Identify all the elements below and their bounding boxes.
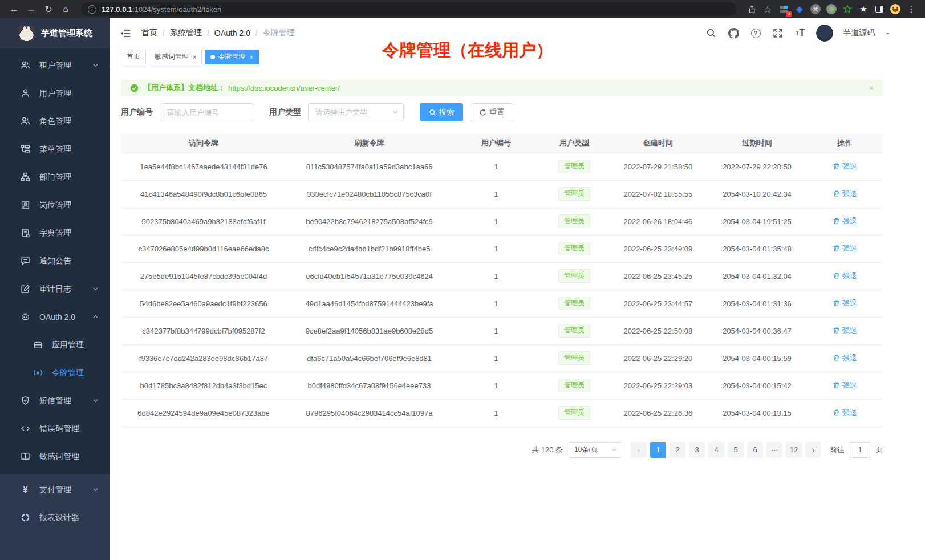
force-logout-button[interactable]: 强退 <box>833 161 857 172</box>
force-logout-button[interactable]: 强退 <box>833 189 857 199</box>
user-id-cell: 1 <box>452 208 540 235</box>
sidebar-item-oauth2-token[interactable]: 令牌管理 <box>0 359 110 387</box>
sidebar-item-notice[interactable]: 通知公告 <box>0 247 110 275</box>
sidebar-item-role[interactable]: 角色管理 <box>0 107 110 135</box>
created-cell: 2022-06-26 18:04:46 <box>608 208 708 235</box>
table-row: 502375b8040a469a9b82188afdf6af1fbe90422b… <box>121 208 883 235</box>
page-size-select[interactable]: 10条/页 <box>569 442 622 458</box>
chevron-down-icon <box>92 286 99 292</box>
gem-extension-icon[interactable]: ◆ <box>793 2 806 16</box>
page-button-12[interactable]: 12 <box>786 442 802 458</box>
tab-close-icon[interactable]: × <box>193 54 196 60</box>
next-page-button[interactable]: › <box>805 442 821 458</box>
sidebar-item-sms[interactable]: 短信管理 <box>0 387 110 415</box>
side-panel-icon[interactable] <box>873 2 886 16</box>
expires-cell: 2054-03-04 01:32:04 <box>708 262 807 290</box>
page-button-3[interactable]: 3 <box>689 442 705 458</box>
sidebar-item-oauth2[interactable]: OAuth 2.0 <box>0 303 110 331</box>
browser-menu-icon[interactable]: ⋮ <box>904 2 918 16</box>
sidebar-item-pay[interactable]: ¥ 支付管理 <box>0 476 110 504</box>
username[interactable]: 芋道源码 <box>843 28 875 38</box>
sidebar-item-tenant[interactable]: 租户管理 <box>0 51 110 79</box>
table-row: 275e5de9151045fe87cbdc395e004f4de6cfd40e… <box>121 262 883 290</box>
user-id-cell: 1 <box>452 262 540 290</box>
user-type-select[interactable]: 请选择用户类型 <box>308 103 404 121</box>
sidebar-item-error-code[interactable]: 错误码管理 <box>0 415 110 443</box>
sidebar-item-post[interactable]: 岗位管理 <box>0 191 110 219</box>
sidebar-item-dict[interactable]: 字典管理 <box>0 219 110 247</box>
force-logout-button[interactable]: 强退 <box>833 353 857 363</box>
sidebar-item-report-designer[interactable]: 报表设计器 <box>0 504 110 531</box>
address-bar[interactable]: i 127.0.0.1:1024/system/oauth2/token <box>81 2 737 16</box>
star-extension-icon[interactable] <box>841 2 854 16</box>
user-dropdown-caret-icon[interactable] <box>885 30 891 36</box>
chevron-down-icon <box>92 62 99 68</box>
refresh-icon <box>479 109 486 116</box>
site-info-icon[interactable]: i <box>88 5 96 14</box>
breadcrumb-oauth2[interactable]: OAuth 2.0 <box>214 29 250 38</box>
fullscreen-icon[interactable] <box>772 27 784 39</box>
force-logout-button[interactable]: 强退 <box>833 216 857 226</box>
tab-token[interactable]: 令牌管理 × <box>205 50 258 64</box>
sidebar-item-oauth2-app[interactable]: 应用管理 <box>0 331 110 359</box>
force-logout-button[interactable]: 强退 <box>833 271 857 281</box>
actions-cell: 强退 <box>806 399 883 427</box>
prev-page-button[interactable]: ‹ <box>631 442 647 458</box>
page-ellipsis-button[interactable]: ··· <box>766 442 782 458</box>
sidebar-item-dept[interactable]: 部门管理 <box>0 163 110 191</box>
main-area: 令牌管理（在线用户） 首页 / 系统管理 / OAuth 2.0 / 令牌管理 <box>110 18 925 560</box>
sidebar-item-menu[interactable]: 菜单管理 <box>0 135 110 163</box>
user-id-input[interactable] <box>160 103 253 121</box>
reset-button[interactable]: 重置 <box>470 103 513 121</box>
font-size-icon[interactable]: TT <box>794 27 806 39</box>
force-logout-button[interactable]: 强退 <box>833 298 857 309</box>
browser-home-icon[interactable]: ⌂ <box>58 2 73 17</box>
command-extension-icon[interactable]: ⌘ <box>809 2 822 16</box>
access-token-cell: 275e5de9151045fe87cbdc395e004f4d <box>121 262 286 290</box>
browser-back-icon[interactable]: ← <box>7 2 22 17</box>
browser-reload-icon[interactable]: ↻ <box>41 2 56 17</box>
recorder-extension-icon[interactable] <box>825 2 838 16</box>
sidebar-fold-icon[interactable] <box>119 26 132 40</box>
extension-grid-icon[interactable]: 9 <box>777 2 790 16</box>
col-created: 创建时间 <box>608 133 708 153</box>
table-row: 54d6be82ee5a460a9aedc1f9bf22365649d1aa46… <box>121 290 883 317</box>
profile-avatar-icon[interactable] <box>889 2 902 16</box>
tab-close-icon[interactable]: × <box>249 54 253 60</box>
header-search-icon[interactable] <box>705 27 717 39</box>
bookmark-star-icon[interactable]: ☆ <box>761 2 774 16</box>
share-icon[interactable] <box>745 2 758 16</box>
breadcrumb-home[interactable]: 首页 <box>141 28 157 38</box>
actions-cell: 强退 <box>806 262 883 290</box>
alert-close-icon[interactable]: × <box>869 83 874 92</box>
github-icon[interactable] <box>727 27 740 39</box>
refresh-token-cell: 8796295f04064c2983414cc54af1097a <box>286 399 452 427</box>
force-logout-button[interactable]: 强退 <box>833 244 857 254</box>
page-button-4[interactable]: 4 <box>708 442 724 458</box>
page-button-6[interactable]: 6 <box>747 442 763 458</box>
force-logout-button[interactable]: 强退 <box>833 380 857 391</box>
col-refresh-token: 刷新令牌 <box>286 133 452 153</box>
sidebar-item-audit-log[interactable]: 审计日志 <box>0 275 110 303</box>
sidebar-item-user[interactable]: 用户管理 <box>0 79 110 107</box>
page-button-2[interactable]: 2 <box>670 442 685 458</box>
search-button[interactable]: 搜索 <box>420 103 463 121</box>
breadcrumb-system[interactable]: 系统管理 <box>170 28 202 38</box>
message-bubble-icon <box>21 256 30 266</box>
col-user-id: 用户编号 <box>452 133 540 153</box>
app-logo[interactable]: 芋道管理系统 <box>0 18 110 48</box>
goto-page-input[interactable] <box>849 442 871 458</box>
white-star-extension-icon[interactable]: ★ <box>857 2 870 16</box>
page-button-5[interactable]: 5 <box>728 442 744 458</box>
force-logout-button[interactable]: 强退 <box>833 408 857 418</box>
sidebar-item-sensitive-word[interactable]: 敏感词管理 <box>0 443 110 470</box>
tab-home[interactable]: 首页 <box>121 50 146 64</box>
force-logout-button[interactable]: 强退 <box>833 326 857 336</box>
help-icon[interactable]: ? <box>749 27 762 39</box>
sidebar-menu-bottom: ¥ 支付管理 报表设计器 <box>0 474 110 533</box>
doc-link[interactable]: https://doc.iocoder.cn/user-center/ <box>228 84 340 92</box>
page-button-1[interactable]: 1 <box>650 442 666 458</box>
tab-sensitive-word[interactable]: 敏感词管理 × <box>149 50 202 64</box>
browser-forward-icon[interactable]: → <box>24 2 39 17</box>
user-avatar[interactable] <box>816 25 833 42</box>
